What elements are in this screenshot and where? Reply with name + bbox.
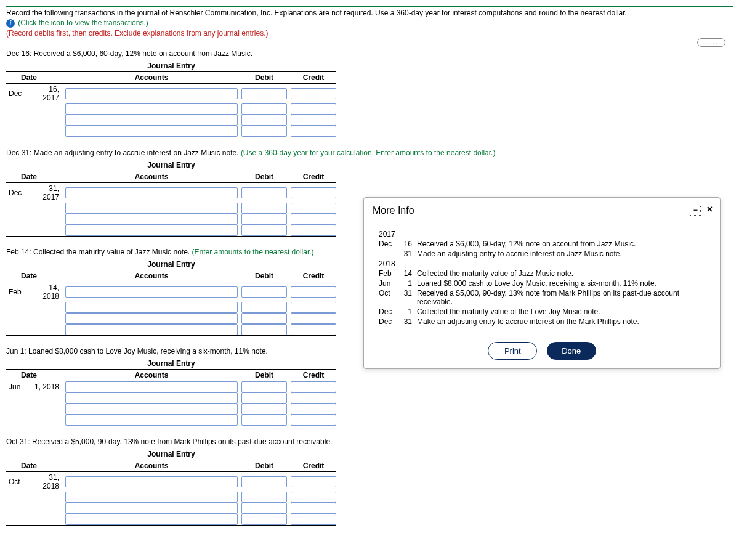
col-debit: Debit [241, 370, 287, 381]
overflow-button[interactable]: ..... [697, 38, 725, 47]
debit-input[interactable] [241, 492, 287, 503]
debit-input[interactable] [241, 313, 287, 324]
txn-month: Dec [376, 239, 398, 249]
credit-input[interactable] [291, 324, 336, 335]
debit-input[interactable] [241, 514, 287, 525]
debit-input[interactable] [241, 415, 287, 426]
entry-prompt: Oct 31: Received a $5,000, 90-day, 13% n… [6, 437, 332, 446]
credit-input[interactable] [291, 225, 336, 236]
main-instruction: Record the following transactions in the… [6, 9, 733, 17]
je-title: Journal Entry [6, 358, 336, 370]
account-input[interactable] [65, 187, 238, 198]
date-month [6, 392, 30, 404]
col-date: Date [6, 171, 62, 183]
account-input[interactable] [65, 225, 238, 236]
date-month [6, 115, 30, 126]
close-icon[interactable]: × [707, 204, 713, 215]
txn-day: 1 [398, 307, 414, 317]
txn-day: 16 [398, 239, 414, 249]
account-input[interactable] [65, 492, 238, 503]
date-month: Jun [6, 381, 30, 393]
minimize-icon[interactable]: − [690, 206, 701, 216]
account-input[interactable] [65, 103, 238, 115]
credit-input[interactable] [291, 126, 336, 137]
credit-input[interactable] [291, 286, 336, 298]
date-day [30, 103, 62, 115]
credit-input[interactable] [291, 103, 336, 115]
col-credit: Credit [291, 171, 336, 183]
debit-input[interactable] [241, 324, 287, 335]
done-button[interactable]: Done [547, 342, 596, 360]
col-accounts: Accounts [65, 270, 238, 282]
view-transactions-link[interactable]: (Click the icon to view the transactions… [18, 18, 148, 27]
debit-input[interactable] [241, 381, 287, 392]
date-month: Dec [6, 84, 30, 104]
debit-input[interactable] [241, 225, 287, 236]
debit-input[interactable] [241, 115, 287, 126]
debit-input[interactable] [241, 404, 287, 415]
credit-input[interactable] [291, 381, 336, 392]
credit-input[interactable] [291, 415, 336, 426]
credit-input[interactable] [291, 187, 336, 198]
account-input[interactable] [65, 115, 238, 126]
debit-input[interactable] [241, 88, 287, 99]
account-input[interactable] [65, 404, 238, 415]
debit-input[interactable] [241, 103, 287, 115]
date-month [6, 404, 30, 415]
account-input[interactable] [65, 302, 238, 313]
account-input[interactable] [65, 381, 238, 392]
date-month: Oct [6, 472, 30, 492]
credit-input[interactable] [291, 88, 336, 99]
debit-input[interactable] [241, 302, 287, 313]
entry-prompt: Feb 14: Collected the maturity value of … [6, 248, 192, 256]
txn-text: Make an adjusting entry to accrue intere… [414, 317, 708, 327]
date-month [6, 324, 30, 336]
debit-input[interactable] [241, 187, 287, 198]
credit-input[interactable] [291, 476, 336, 487]
account-input[interactable] [65, 126, 238, 137]
credit-input[interactable] [291, 302, 336, 313]
account-input[interactable] [65, 514, 238, 525]
account-input[interactable] [65, 392, 238, 404]
account-input[interactable] [65, 415, 238, 426]
debit-input[interactable] [241, 503, 287, 514]
print-button[interactable]: Print [488, 342, 537, 360]
credit-input[interactable] [291, 115, 336, 126]
account-input[interactable] [65, 203, 238, 214]
credit-input[interactable] [291, 404, 336, 415]
journal-entry-table: Journal EntryDateAccountsDebitCreditDec1… [6, 60, 336, 137]
credit-input[interactable] [291, 214, 336, 225]
credit-input[interactable] [291, 492, 336, 503]
credit-input[interactable] [291, 503, 336, 514]
account-input[interactable] [65, 503, 238, 514]
je-title: Journal Entry [6, 60, 336, 72]
credit-input[interactable] [291, 514, 336, 525]
debit-input[interactable] [241, 286, 287, 298]
date-day: 14, 2018 [30, 282, 62, 302]
journal-entry-table: Journal EntryDateAccountsDebitCreditDec3… [6, 160, 336, 237]
txn-month: Jun [376, 278, 398, 288]
date-month [6, 126, 30, 137]
account-input[interactable] [65, 214, 238, 225]
account-input[interactable] [65, 324, 238, 335]
je-title: Journal Entry [6, 259, 336, 270]
credit-input[interactable] [291, 392, 336, 404]
date-day: 31, 2017 [30, 183, 62, 203]
col-date: Date [6, 370, 62, 381]
year-heading: 2017 [376, 229, 398, 239]
account-input[interactable] [65, 313, 238, 324]
credit-input[interactable] [291, 203, 336, 214]
debit-input[interactable] [241, 203, 287, 214]
debit-input[interactable] [241, 476, 287, 487]
debit-input[interactable] [241, 214, 287, 225]
debit-input[interactable] [241, 126, 287, 137]
info-icon[interactable]: i [6, 19, 15, 28]
account-input[interactable] [65, 88, 238, 99]
journal-entry-table: Journal EntryDateAccountsDebitCreditFeb1… [6, 259, 336, 336]
account-input[interactable] [65, 476, 238, 487]
credit-input[interactable] [291, 313, 336, 324]
account-input[interactable] [65, 286, 238, 298]
col-date: Date [6, 460, 62, 472]
col-accounts: Accounts [65, 460, 238, 472]
debit-input[interactable] [241, 392, 287, 404]
